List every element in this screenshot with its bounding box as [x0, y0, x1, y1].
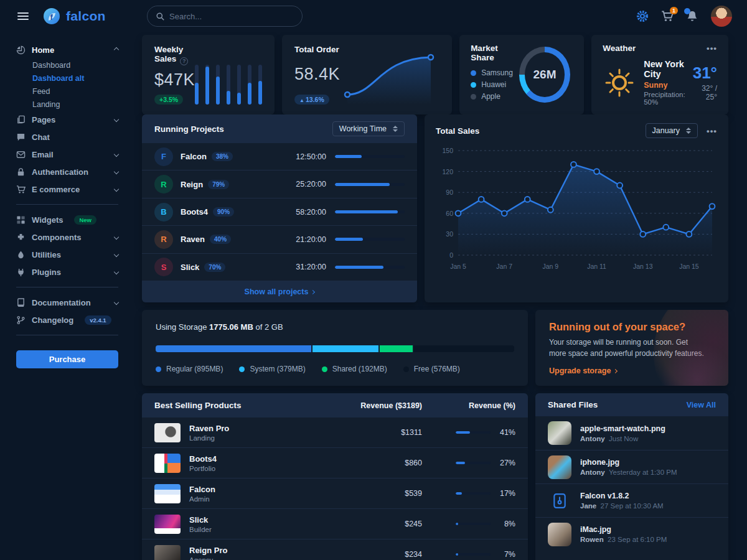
progress-fill	[456, 492, 462, 495]
month-select[interactable]: January	[646, 123, 698, 138]
sidebar-item-label: Widgets	[32, 215, 63, 225]
purchase-button[interactable]: Purchase	[16, 350, 118, 368]
weather-title: Weather	[603, 44, 636, 53]
file-name: apple-smart-watch.png	[580, 424, 665, 433]
project-time: 31:20:00	[296, 263, 326, 271]
cart-icon[interactable]: 1	[661, 10, 674, 22]
components-icon	[16, 233, 26, 242]
sidebar-item-chat[interactable]: Chat	[16, 128, 118, 146]
sidebar-item-label: Authentication	[32, 167, 88, 177]
product-name-link[interactable]: Boots4	[189, 454, 217, 464]
file-row[interactable]: iMac.jpgRowen 23 Sep at 6:10 PM	[535, 517, 728, 551]
sidebar-item-widgets[interactable]: WidgetsNew	[16, 211, 118, 228]
search-box[interactable]	[147, 6, 303, 27]
product-name-link[interactable]: Slick	[189, 515, 212, 525]
product-row: Boots4Portfolio$86027%	[142, 448, 528, 478]
weather-precipitation: Precipitation: 50%	[644, 91, 685, 106]
project-name-link[interactable]: Raven	[181, 235, 205, 244]
sidebar-subitem-dashboard[interactable]: Dashboard	[16, 58, 118, 72]
sidebar-item-authentication[interactable]: Authentication	[16, 163, 118, 180]
hamburger-menu-button[interactable]	[15, 10, 31, 22]
search-icon	[156, 12, 164, 21]
product-category: Admin	[189, 495, 215, 503]
shared-files-title: Shared Files	[548, 400, 598, 409]
legend-label: Shared (192MB)	[332, 365, 387, 373]
user-avatar[interactable]	[711, 6, 732, 27]
project-progress-bar	[335, 238, 405, 241]
show-all-projects-link[interactable]: Show all projects	[245, 287, 315, 296]
revenue-column-header: Revenue ($3189)	[360, 401, 422, 410]
sidebar-item-plugins[interactable]: Plugins	[16, 263, 118, 281]
brand-name: falcon	[66, 9, 106, 24]
product-row: Reign ProAgency$2347%	[142, 539, 528, 560]
sidebar-item-utilities[interactable]: Utilities	[16, 246, 118, 263]
info-icon[interactable]: ?	[180, 57, 188, 65]
more-menu-icon[interactable]	[707, 126, 717, 136]
progress-fill	[456, 462, 465, 464]
sidebar-item-pages[interactable]: Pages	[16, 111, 118, 128]
file-row[interactable]: apple-smart-watch.pngAntony Just Now	[535, 416, 728, 450]
brand-logo[interactable]: f falcon	[42, 7, 136, 26]
svg-text:Jan 13: Jan 13	[633, 263, 653, 270]
file-row[interactable]: iphone.jpgAntony Yesterday at 1:30 PM	[535, 450, 728, 483]
project-progress-bar	[335, 155, 405, 158]
file-thumbnail	[548, 421, 571, 445]
storage-legend: Regular (895MB)System (379MB)Shared (192…	[156, 365, 514, 373]
select-caret-icon	[686, 128, 691, 134]
product-percent: 7%	[497, 550, 515, 559]
notifications-bell-icon[interactable]	[686, 10, 698, 22]
project-name-link[interactable]: Boots4	[181, 207, 208, 217]
sidebar-item-label: Pages	[32, 115, 55, 124]
market-share-center-value: 26M	[519, 47, 570, 103]
file-time: 23 Sep at 6:10 PM	[604, 536, 667, 543]
file-time: Just Now	[605, 435, 639, 442]
project-name-link[interactable]: Slick	[181, 263, 199, 272]
progress-fill	[335, 210, 398, 213]
sidebar-item-changelog[interactable]: Changelogv2.4.1	[16, 311, 118, 329]
storage-segment	[380, 345, 413, 352]
project-time: 58:20:00	[296, 208, 326, 217]
product-name-link[interactable]: Falcon	[189, 485, 215, 494]
product-progress-bar	[456, 553, 491, 556]
product-info: Raven ProLanding	[189, 424, 229, 442]
product-thumbnail	[154, 484, 181, 503]
running-projects-card: Running Projects Working Time FFalcon38%…	[142, 114, 417, 302]
sidebar-item-components[interactable]: Components	[16, 228, 118, 246]
file-row[interactable]: Falcon v1.8.2Jane 27 Sep at 10:30 AM	[535, 483, 728, 517]
sidebar-item-home[interactable]: Home	[16, 41, 118, 58]
project-avatar: S	[154, 258, 173, 276]
sidebar-item-e-commerce[interactable]: E commerce	[16, 180, 118, 198]
progress-fill	[456, 553, 458, 556]
product-info: FalconAdmin	[189, 485, 215, 503]
project-name-link[interactable]: Reign	[181, 180, 203, 189]
storage-segment	[312, 345, 378, 352]
storage-legend-item: Free (576MB)	[403, 365, 460, 373]
legend-label: Apple	[481, 92, 500, 101]
upgrade-storage-link[interactable]: Upgrade storage	[549, 366, 617, 375]
settings-gear-icon[interactable]	[636, 10, 649, 22]
product-pct-wrap: 41%	[422, 428, 515, 437]
sidebar-item-documentation[interactable]: Documentation	[16, 294, 118, 311]
select-caret-icon	[393, 126, 398, 132]
product-name-link[interactable]: Raven Pro	[189, 424, 229, 433]
chevron-down-icon	[114, 300, 119, 305]
sidebar-subitem-landing[interactable]: Landing	[16, 98, 118, 111]
bar-track	[258, 65, 262, 105]
sidebar-subitem-dashboard-alt[interactable]: Dashboard alt	[16, 72, 118, 85]
product-name-link[interactable]: Reign Pro	[189, 546, 227, 555]
legend-label: Free (576MB)	[414, 365, 460, 373]
market-share-donut-chart: 26M	[519, 47, 570, 103]
more-menu-icon[interactable]	[707, 44, 717, 53]
space-promo-card: Running out of your space? Your storage …	[535, 310, 728, 386]
sidebar-item-email[interactable]: Email	[16, 146, 118, 163]
sidebar-divider	[16, 335, 118, 335]
sidebar-subitem-feed[interactable]: Feed	[16, 85, 118, 98]
project-name-link[interactable]: Falcon	[181, 152, 207, 161]
project-avatar: R	[154, 230, 173, 249]
working-time-select[interactable]: Working Time	[332, 121, 405, 136]
view-all-link[interactable]: View All	[687, 401, 716, 409]
project-time: 21:20:00	[296, 235, 326, 244]
search-input[interactable]	[169, 12, 293, 21]
file-author: Rowen	[580, 536, 604, 543]
product-info: Reign ProAgency	[189, 546, 227, 560]
